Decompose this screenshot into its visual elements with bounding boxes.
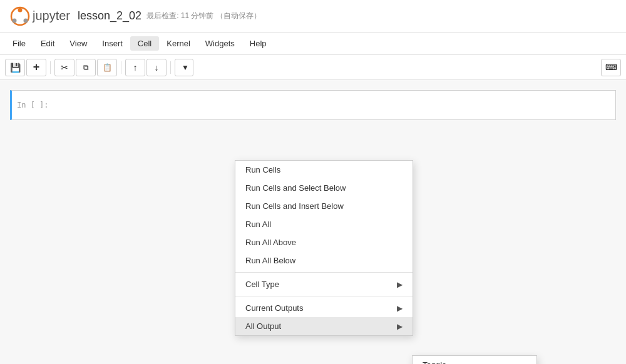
all-output-arrow-icon: ▶ — [397, 322, 403, 331]
menu-bar: File Edit View Insert Cell Kernel Widget… — [0, 33, 626, 55]
keyboard-button[interactable]: ⌨ — [601, 59, 621, 76]
run-cells-item[interactable]: Run Cells — [235, 161, 413, 179]
toggle-item[interactable]: Toggle — [413, 356, 536, 364]
all-output-label: All Output — [245, 321, 281, 331]
save-status: 最后检查: 11 分钟前 （自动保存） — [146, 11, 261, 21]
menu-edit[interactable]: Edit — [33, 36, 62, 51]
menu-insert[interactable]: Insert — [95, 36, 130, 51]
svg-point-1 — [18, 8, 23, 12]
run-all-above-label: Run All Above — [245, 238, 296, 247]
menu-kernel[interactable]: Kernel — [159, 36, 198, 51]
save-button[interactable]: 💾 — [5, 59, 25, 76]
run-all-below-label: Run All Below — [245, 256, 295, 265]
run-all-item[interactable]: Run All — [235, 215, 413, 233]
run-cells-insert-below-item[interactable]: Run Cells and Insert Below — [235, 197, 413, 215]
notebook-area: In [ ]: Run Cells Run Cells and Select B… — [0, 80, 626, 364]
cell-dropdown-menu: Run Cells Run Cells and Select Below Run… — [235, 160, 413, 336]
menu-widgets[interactable]: Widgets — [198, 36, 242, 51]
dropdown-overlay: Run Cells Run Cells and Select Below Run… — [0, 80, 626, 364]
run-all-label: Run All — [245, 220, 271, 229]
current-outputs-item[interactable]: Current Outputs ▶ — [235, 299, 413, 317]
run-cells-select-below-label: Run Cells and Select Below — [245, 183, 346, 193]
jupyter-logo: jupyter — [10, 6, 70, 26]
current-outputs-arrow-icon: ▶ — [397, 304, 403, 313]
cell-type-select[interactable]: ▼ — [175, 59, 193, 76]
dropdown-separator-2 — [235, 296, 413, 296]
move-down-button[interactable]: ↓ — [146, 59, 167, 76]
toggle-label: Toggle — [423, 360, 446, 364]
menu-file[interactable]: File — [5, 36, 33, 51]
all-output-item[interactable]: All Output ▶ — [235, 317, 413, 335]
menu-view[interactable]: View — [62, 36, 95, 51]
toolbar: 💾 + ✂ ⧉ 📋 ↑ ↓ ▼ ⌨ — [0, 55, 626, 80]
toolbar-separator-2 — [121, 61, 121, 74]
run-cells-label: Run Cells — [245, 165, 280, 174]
menu-cell[interactable]: Cell — [130, 36, 159, 51]
toolbar-separator-1 — [50, 61, 51, 74]
svg-point-2 — [13, 18, 17, 23]
menu-help[interactable]: Help — [242, 36, 274, 51]
all-output-submenu: Toggle Toggle Scrolling Clear — [412, 355, 537, 364]
cell-type-arrow-icon: ▶ — [397, 280, 403, 289]
notebook-title: lesson_2_02 — [78, 9, 141, 23]
keyboard-icon: ⌨ — [605, 63, 617, 72]
move-up-button[interactable]: ↑ — [125, 59, 145, 76]
run-all-below-item[interactable]: Run All Below — [235, 251, 413, 270]
cell-type-item[interactable]: Cell Type ▶ — [235, 275, 413, 293]
cut-button[interactable]: ✂ — [54, 59, 74, 76]
cell-type-label: Cell Type — [245, 280, 279, 289]
copy-button[interactable]: ⧉ — [76, 59, 96, 76]
toolbar-separator-3 — [170, 61, 171, 74]
add-cell-button[interactable]: + — [26, 59, 46, 76]
run-all-above-item[interactable]: Run All Above — [235, 233, 413, 251]
dropdown-separator-1 — [235, 272, 413, 273]
run-cells-select-below-item[interactable]: Run Cells and Select Below — [235, 179, 413, 197]
page: jupyter lesson_2_02 最后检查: 11 分钟前 （自动保存） … — [0, 0, 626, 364]
svg-point-3 — [24, 18, 28, 23]
paste-button[interactable]: 📋 — [97, 59, 117, 76]
current-outputs-label: Current Outputs — [245, 303, 304, 313]
run-cells-insert-below-label: Run Cells and Insert Below — [245, 201, 344, 211]
cell-type-dropdown-arrow: ▼ — [182, 63, 189, 72]
top-bar: jupyter lesson_2_02 最后检查: 11 分钟前 （自动保存） — [0, 0, 626, 33]
